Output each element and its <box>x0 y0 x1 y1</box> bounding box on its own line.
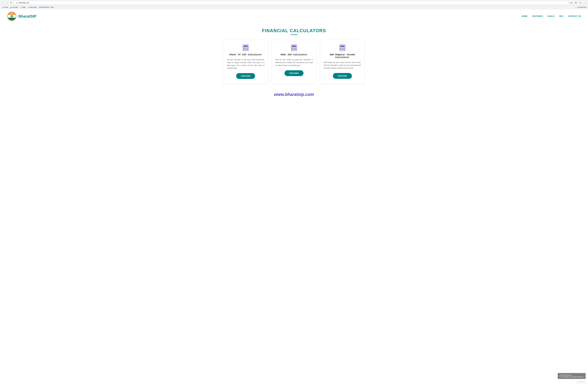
bookmark-gmail[interactable]: M Gmail <box>1 6 9 9</box>
calculator-svg-3 <box>339 44 346 51</box>
nav-link-goals[interactable]: GOALS <box>547 15 554 17</box>
reload-button[interactable]: ↻ <box>9 1 13 4</box>
browser-chrome: ← → ↻ 🔒 bharatsip.com ★ ■ ⇓ ⋮ <box>0 0 588 5</box>
svg-rect-29 <box>340 45 344 47</box>
goal-card: GOAL SIP Calculator Plan for your Goals … <box>272 40 316 84</box>
bharatsip-icon: 🌐 <box>39 6 41 8</box>
mainmenu-icon: ⊕ <box>28 6 29 8</box>
svg-rect-26 <box>294 49 294 50</box>
sip-card: Power of SIP Calculator Use this calcula… <box>223 40 268 84</box>
nav-item-features[interactable]: FEATURES <box>532 15 543 17</box>
logo-area: SIP BHARAT BharatSIP <box>7 12 37 21</box>
goal-calculator-icon <box>275 44 313 51</box>
svg-rect-17 <box>244 49 245 50</box>
goal-card-title: GOAL SIP Calculator <box>275 53 313 56</box>
website: SIP BHARAT BharatSIP HOME FEATURES GOALS… <box>0 9 588 99</box>
site-header: SIP BHARAT BharatSIP HOME FEATURES GOALS… <box>0 9 588 23</box>
page-title: FINANCIAL CALCULATORS <box>7 28 581 33</box>
svg-text:BHARAT: BHARAT <box>10 13 13 14</box>
bookmarks-folder-icon: 📁 <box>575 6 577 8</box>
goal-calculate-button[interactable]: Calculate <box>285 70 303 76</box>
all-bookmarks-label: All Bookmarks <box>577 6 587 8</box>
browser-navigation: ← → ↻ <box>1 1 13 4</box>
cards-grid: Power of SIP Calculator Use this calcula… <box>223 40 365 84</box>
svg-rect-31 <box>342 48 343 48</box>
bookmark-star-button[interactable]: ★ <box>569 1 573 4</box>
swp-calculate-button[interactable]: Calculate <box>333 73 352 79</box>
download-button[interactable]: ⇓ <box>579 1 582 4</box>
recaptcha-badge: reCAPTCHA <box>577 380 586 384</box>
svg-rect-22 <box>292 48 293 48</box>
svg-rect-21 <box>292 45 296 47</box>
browser-actions: ★ ■ ⇓ ⋮ <box>569 1 587 4</box>
svg-rect-25 <box>292 49 293 50</box>
nav-link-home[interactable]: HOME <box>522 15 527 17</box>
logo-svg: SIP BHARAT <box>7 12 16 21</box>
svg-rect-24 <box>295 48 296 48</box>
nav-item-home[interactable]: HOME <box>522 15 527 17</box>
bookmark-bharatsip-label: BHARATSIP - Onlin... <box>41 6 55 8</box>
extensions-button[interactable]: ■ <box>574 1 578 4</box>
bookmark-mainmenu[interactable]: ⊕ Main Menu <box>27 6 38 9</box>
svg-rect-32 <box>343 48 344 48</box>
recaptcha-text: reCAPTCHA <box>578 381 585 383</box>
title-underline <box>291 34 298 35</box>
sip-calculate-button[interactable]: Calculate <box>236 73 255 79</box>
menu-button[interactable]: ⋮ <box>583 1 587 4</box>
bookmark-bharatsip[interactable]: 🌐 BHARATSIP - Onlin... <box>38 6 56 9</box>
svg-rect-30 <box>340 48 341 48</box>
svg-rect-23 <box>294 48 294 48</box>
bookmark-maps[interactable]: 📍 Maps <box>19 6 27 9</box>
forward-button[interactable]: → <box>5 1 9 4</box>
nav-menu: HOME FEATURES GOALS NFO CONTACT US <box>522 15 581 17</box>
main-nav: HOME FEATURES GOALS NFO CONTACT US <box>522 15 581 17</box>
lock-icon: 🔒 <box>16 2 18 4</box>
svg-rect-16 <box>247 48 248 48</box>
sip-calculator-icon <box>227 44 264 51</box>
nav-item-nfo[interactable]: NFO <box>559 15 563 17</box>
bookmark-maps-label: Maps <box>22 6 26 8</box>
footer-domain: www.bharatsip.com <box>274 92 314 97</box>
back-button[interactable]: ← <box>1 1 5 4</box>
bookmark-youtube[interactable]: ▶ YouTube <box>9 6 19 9</box>
swp-card-title: SWP Regular Income Calculator <box>324 53 361 59</box>
swp-card: SWP Regular Income Calculator SWP helps … <box>320 40 365 84</box>
main-content: FINANCIAL CALCULATORS <box>0 23 588 88</box>
site-footer: www.bharatsip.com <box>0 88 588 99</box>
svg-rect-33 <box>340 49 341 50</box>
url-text: bharatsip.com <box>19 2 29 4</box>
svg-rect-27 <box>295 49 296 50</box>
logo-circle: SIP BHARAT <box>7 12 17 21</box>
activate-windows-line1: Activate Windows <box>560 374 584 376</box>
nav-link-contact[interactable]: CONTACT US <box>568 15 581 17</box>
address-bar[interactable]: 🔒 bharatsip.com <box>14 1 568 4</box>
bookmarks-bar: M Gmail ▶ YouTube 📍 Maps ⊕ Main Menu 🌐 B… <box>0 5 588 9</box>
sip-card-title: Power of SIP Calculator <box>227 53 264 56</box>
svg-rect-14 <box>244 48 245 48</box>
svg-rect-35 <box>343 49 344 50</box>
bookmark-gmail-label: Gmail <box>4 6 8 8</box>
svg-rect-15 <box>245 48 246 48</box>
swp-card-description: SWP helps you get a fixed amount every m… <box>324 61 361 69</box>
calculator-svg-2 <box>291 44 297 51</box>
all-bookmarks: 📁 All Bookmarks <box>575 6 587 8</box>
svg-rect-18 <box>245 49 246 50</box>
swp-calculator-icon <box>324 44 361 51</box>
nav-item-goals[interactable]: GOALS <box>547 15 554 17</box>
nav-link-nfo[interactable]: NFO <box>559 15 563 17</box>
nav-item-contact[interactable]: CONTACT US <box>568 15 581 17</box>
maps-icon: 📍 <box>20 6 22 8</box>
nav-link-features[interactable]: FEATURES <box>532 15 543 17</box>
bookmark-youtube-label: YouTube <box>12 6 18 8</box>
goal-card-description: Plan for your Goals by using this calcul… <box>275 58 313 67</box>
svg-text:SIP: SIP <box>11 19 13 20</box>
youtube-icon: ▶ <box>10 6 12 8</box>
bookmark-mainmenu-label: Main Menu <box>30 6 37 8</box>
svg-rect-13 <box>244 45 248 47</box>
gmail-icon: M <box>2 6 4 8</box>
svg-rect-34 <box>342 49 343 50</box>
sip-card-description: Use this calculator to see how small inv… <box>227 58 264 70</box>
activate-windows-overlay: Activate Windows Go to Settings to activ… <box>558 373 586 379</box>
calculator-svg-1 <box>242 44 249 51</box>
activate-windows-line2: Go to Settings to activate Windows. <box>560 376 584 378</box>
